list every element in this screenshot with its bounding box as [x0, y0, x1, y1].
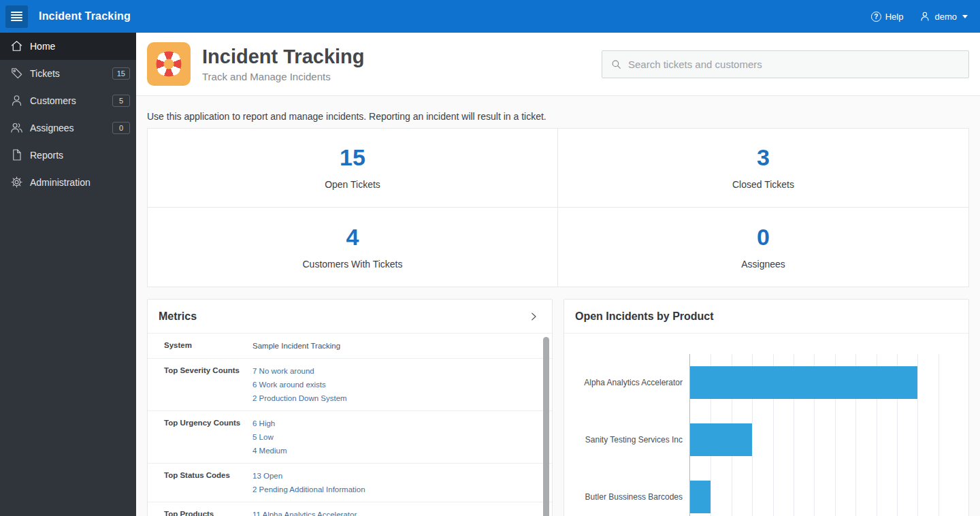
stat-label: Closed Tickets [732, 179, 794, 190]
metrics-expand-button[interactable] [526, 309, 541, 324]
document-icon [10, 148, 24, 162]
chart-bar-row [690, 468, 958, 516]
chart-bar-row [690, 411, 958, 468]
bar-butler-bussiness-barcodes [690, 481, 710, 513]
people-icon [10, 121, 24, 135]
hamburger-menu-button[interactable] [5, 5, 28, 28]
sidebar-nav: HomeTickets15Customers5Assignees0Reports… [0, 33, 136, 516]
metric-link[interactable]: 6 Work around exists [252, 378, 534, 391]
user-icon [919, 11, 930, 22]
person-icon [10, 94, 24, 108]
metric-row-top-products: Top Products11 Alpha Analytics Accelerat… [148, 502, 552, 516]
sidebar-item-label: Administration [30, 177, 91, 188]
metric-label: Top Urgency Counts [164, 417, 252, 457]
sidebar-item-label: Customers [30, 95, 76, 106]
search-box [602, 50, 969, 78]
sidebar-item-assignees[interactable]: Assignees0 [0, 114, 136, 142]
count-badge: 15 [112, 67, 130, 80]
sidebar-item-administration[interactable]: Administration [0, 169, 136, 196]
app-bar: Incident Tracking ? Help demo [0, 0, 980, 33]
stat-value: 3 [757, 146, 770, 169]
stat-value: 4 [346, 225, 359, 248]
count-badge: 5 [112, 95, 130, 107]
metric-link[interactable]: 2 Pending Additional Information [252, 483, 534, 496]
sidebar-item-label: Home [30, 41, 55, 52]
metric-row-system: SystemSample Incident Tracking [148, 334, 552, 359]
sidebar-item-label: Assignees [30, 123, 74, 133]
sidebar-item-home[interactable]: Home [0, 33, 136, 60]
lifebuoy-app-icon [147, 42, 191, 86]
page-title: Incident Tracking [202, 46, 365, 68]
tags-icon [10, 67, 24, 80]
metrics-scrollbar [543, 337, 549, 516]
intro-text: Use this application to report and manag… [147, 111, 969, 122]
metric-link[interactable]: 11 Alpha Analytics Accelerator [252, 508, 534, 516]
metrics-panel: Metrics SystemSample Incident TrackingTo… [147, 299, 553, 516]
page-header: Incident Tracking Track and Manage Incid… [136, 33, 980, 96]
stat-label: Assignees [741, 259, 785, 270]
metric-label: Top Status Codes [164, 469, 252, 496]
metric-label: Top Products [164, 508, 252, 516]
scrollbar-thumb[interactable] [543, 337, 549, 516]
chart-plot-area [689, 354, 958, 516]
stat-value: 15 [340, 146, 365, 169]
chart-category-label: Alpha Analytics Accelerator [575, 354, 689, 411]
metric-link[interactable]: 4 Medium [252, 444, 534, 457]
search-input[interactable] [628, 59, 960, 70]
stat-label: Open Tickets [325, 179, 380, 190]
sidebar-item-tickets[interactable]: Tickets15 [0, 60, 136, 87]
chart-panel: Open Incidents by Product Alpha Analytic… [564, 299, 969, 516]
chevron-down-icon [962, 15, 968, 18]
chart-panel-title: Open Incidents by Product [575, 310, 714, 323]
metrics-list: SystemSample Incident TrackingTop Severi… [148, 334, 552, 516]
help-menu[interactable]: ? Help [871, 12, 904, 22]
help-icon: ? [871, 12, 881, 22]
app-title: Incident Tracking [39, 10, 131, 22]
chart-category-label: Butler Bussiness Barcodes [575, 468, 689, 516]
metric-link[interactable]: 6 High [252, 417, 534, 430]
metric-label: Top Severity Counts [164, 364, 252, 405]
stat-value: 0 [757, 225, 770, 248]
metric-link[interactable]: 2 Production Down System [252, 391, 534, 405]
bar-sanity-testing-services-inc [690, 423, 752, 456]
chart-category-label: Sanity Testing Services Inc [575, 411, 689, 468]
search-icon [610, 59, 622, 70]
count-badge: 0 [112, 122, 130, 134]
help-label: Help [885, 12, 904, 22]
stat-label: Customers With Tickets [302, 259, 402, 270]
user-menu[interactable]: demo [919, 11, 968, 22]
stat-card-assignees[interactable]: 0Assignees [558, 208, 968, 287]
metric-row-top-status-codes: Top Status Codes13 Open2 Pending Additio… [148, 464, 552, 502]
gear-icon [10, 176, 24, 189]
home-icon [10, 39, 24, 53]
sidebar-item-label: Tickets [30, 68, 60, 79]
metric-link[interactable]: 7 No work around [252, 364, 534, 378]
main-area: Incident Tracking Track and Manage Incid… [136, 33, 980, 516]
chart-bar-row [690, 354, 958, 411]
stats-dashboard: 15Open Tickets3Closed Tickets4Customers … [147, 128, 969, 287]
metric-label: System [164, 339, 252, 353]
metrics-panel-title: Metrics [159, 310, 197, 323]
bar-chart: Alpha Analytics AcceleratorSanity Testin… [564, 334, 968, 516]
sidebar-item-customers[interactable]: Customers5 [0, 87, 136, 114]
user-name: demo [934, 12, 957, 22]
stat-card-open-tickets[interactable]: 15Open Tickets [148, 129, 558, 208]
metric-link[interactable]: 5 Low [252, 430, 534, 444]
bar-alpha-analytics-accelerator [690, 366, 917, 399]
stat-card-customers-with-tickets[interactable]: 4Customers With Tickets [148, 208, 558, 287]
stat-card-closed-tickets[interactable]: 3Closed Tickets [558, 129, 968, 208]
metric-link[interactable]: 13 Open [252, 469, 534, 483]
sidebar-item-label: Reports [30, 150, 63, 161]
chevron-right-icon [527, 310, 540, 323]
metric-row-top-severity-counts: Top Severity Counts7 No work around6 Wor… [148, 359, 552, 411]
page-subtitle: Track and Manage Incidents [202, 71, 365, 82]
metric-value: Sample Incident Tracking [252, 339, 534, 353]
metric-row-top-urgency-counts: Top Urgency Counts6 High5 Low4 Medium [148, 411, 552, 464]
sidebar-item-reports[interactable]: Reports [0, 142, 136, 169]
